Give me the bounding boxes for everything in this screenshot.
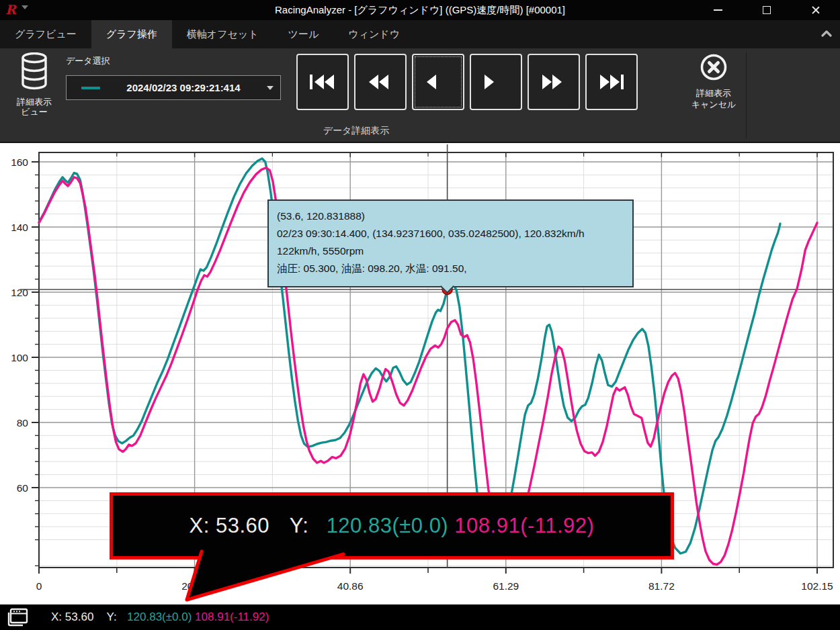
tooltip-line: 02/23 09:30:14.400, (134.92371600, 035.0… <box>277 225 624 242</box>
cursor-readout-text: X: 53.60 Y: 120.83(±0.0) 108.91(-11.92) <box>190 514 595 538</box>
cursor-readout-callout: X: 53.60 Y: 120.83(±0.0) 108.91(-11.92) <box>110 492 674 559</box>
nav-fast-forward-button[interactable] <box>528 54 580 110</box>
status-readout: X: 53.60 Y: 120.83(±0.0) 108.91(-11.92) <box>51 611 269 624</box>
collapse-ribbon-icon[interactable] <box>821 30 832 38</box>
y-tick-label: 140 <box>11 222 28 233</box>
nav-first-button[interactable] <box>296 54 349 110</box>
data-select-label: データ選択 <box>66 55 110 67</box>
skip-to-end-icon <box>599 74 624 90</box>
y-tick-label: 80 <box>17 417 29 429</box>
x-tick-label: 20.43 <box>181 580 208 592</box>
y-tick-label: 60 <box>17 482 29 494</box>
readout-x-label: X: <box>190 514 210 537</box>
tooltip-line: (53.6, 120.831888) <box>277 208 624 225</box>
detail-cancel-button[interactable]: 詳細表示 キャンセル <box>689 52 738 138</box>
chevron-down-icon <box>267 86 274 90</box>
data-select-dropdown[interactable]: 2024/02/23 09:29:21:414 <box>66 75 281 100</box>
status-y-label: Y: <box>107 611 117 623</box>
minimize-button[interactable] <box>702 0 733 20</box>
step-back-icon <box>425 74 451 90</box>
readout-y-label: Y: <box>290 514 309 537</box>
status-x-label: X: <box>51 611 62 623</box>
x-tick-label: 102.15 <box>801 580 833 592</box>
y-tick-label: 160 <box>11 156 28 168</box>
tab-横軸オフセット[interactable]: 横軸オフセット <box>172 20 274 48</box>
x-tick-label: 0 <box>36 580 42 592</box>
tab-グラフ操作[interactable]: グラフ操作 <box>91 20 172 48</box>
series-color-swatch <box>81 87 100 89</box>
y-tick-label: 100 <box>11 352 28 363</box>
detail-view-button[interactable]: 詳細表示 ビュー <box>11 52 58 138</box>
status-series1-value: 120.83(±0.0) <box>127 611 192 623</box>
nav-fast-rewind-button[interactable] <box>354 54 407 110</box>
tab-ツール[interactable]: ツール <box>274 20 334 48</box>
readout-series1-value: 120.83(±0.0) <box>327 514 449 537</box>
circle-x-icon <box>699 52 728 82</box>
status-x-value: 53.60 <box>65 611 94 623</box>
tooltip-line: 油圧: 05.300, 油温: 098.20, 水温: 091.50, <box>277 260 624 277</box>
tooltip-line: 122km/h, 5550rpm <box>277 242 624 260</box>
x-tick-label: 61.29 <box>493 580 519 592</box>
close-button[interactable] <box>800 0 831 20</box>
readout-x-value: 53.60 <box>216 514 269 537</box>
fast-rewind-icon <box>368 74 393 90</box>
x-tick-label: 81.72 <box>648 580 675 592</box>
maximize-button[interactable] <box>751 0 782 20</box>
application-window: R RacingAnalyzer - [グラフウィンドウ] ((GPS)速度/時… <box>0 0 840 630</box>
close-icon <box>811 5 821 15</box>
status-series2-value: 108.91(-11.92) <box>195 611 269 623</box>
readout-series2-value: 108.91(-11.92) <box>454 514 594 537</box>
data-point-tooltip: (53.6, 120.831888)02/23 09:30:14.400, (1… <box>267 199 634 287</box>
nav-step-back-button[interactable] <box>412 54 464 110</box>
data-select-value: 2024/02/23 09:29:21:414 <box>100 82 267 93</box>
minimize-icon <box>714 9 722 11</box>
title-bar: R RacingAnalyzer - [グラフウィンドウ] ((GPS)速度/時… <box>0 0 840 20</box>
graph-window-icon[interactable] <box>7 608 28 627</box>
tab-グラフビュー[interactable]: グラフビュー <box>0 20 91 48</box>
skip-to-start-icon <box>310 74 335 90</box>
ribbon: 詳細表示 ビュー データ選択 2024/02/23 09:29:21:414 デ… <box>0 48 840 143</box>
database-icon <box>19 52 50 90</box>
step-forward-icon <box>483 74 509 90</box>
status-bar: X: 53.60 Y: 120.83(±0.0) 108.91(-11.92) <box>0 604 840 630</box>
ribbon-group-label: データ詳細表示 <box>255 125 457 137</box>
y-tick-label: 120 <box>11 287 28 298</box>
maximize-icon <box>763 6 771 14</box>
fast-forward-icon <box>541 74 566 90</box>
data-detail-nav-buttons <box>296 54 638 110</box>
detail-view-button-label: 詳細表示 ビュー <box>11 97 58 117</box>
nav-step-forward-button[interactable] <box>470 54 522 110</box>
nav-last-button[interactable] <box>585 54 638 110</box>
ribbon-separator <box>746 52 747 138</box>
detail-cancel-button-label: 詳細表示 キャンセル <box>689 87 738 110</box>
tab-ウィンドウ[interactable]: ウィンドウ <box>333 20 415 48</box>
ribbon-tab-bar: グラフビューグラフ操作横軸オフセットツールウィンドウ <box>0 20 840 48</box>
x-tick-label: 40.86 <box>337 580 364 592</box>
